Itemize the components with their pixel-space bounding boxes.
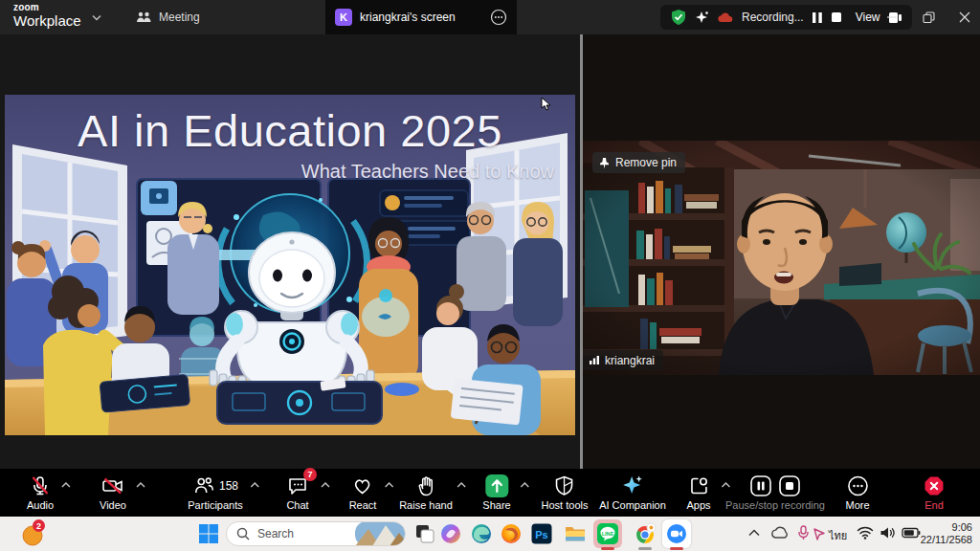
share-screen-icon <box>484 474 509 498</box>
close-button[interactable] <box>946 0 980 34</box>
camera-muted-icon <box>100 474 125 497</box>
zoom-app-tile[interactable] <box>662 519 691 548</box>
slide-title: AI in Education 2025 <box>5 104 575 157</box>
line-app-tile[interactable]: LINE <box>593 519 622 548</box>
minimize-button[interactable] <box>873 0 911 34</box>
photoshop-app-icon[interactable]: Ps <box>530 522 553 545</box>
ai-companion-button[interactable]: AI Companion <box>599 473 666 511</box>
participants-icon <box>192 474 215 497</box>
video-button[interactable]: Video <box>100 473 126 511</box>
search-highlight-image[interactable] <box>355 521 405 546</box>
mouse-cursor <box>541 97 552 112</box>
language-indicator[interactable]: ไทย <box>829 527 847 544</box>
taskbar-clock[interactable]: 9:06 22/11/2568 <box>921 521 972 546</box>
restore-button[interactable] <box>909 0 947 34</box>
windows-start-button[interactable] <box>197 522 220 545</box>
zoom-running-indicator <box>670 547 683 550</box>
tab-options-ellipsis-icon[interactable] <box>490 9 507 26</box>
participants-label: Participants <box>188 499 242 511</box>
onedrive-icon[interactable] <box>770 526 790 540</box>
ai-companion-label: AI Companion <box>599 499 666 511</box>
mic-muted-icon <box>29 474 52 497</box>
security-shield-icon[interactable] <box>670 9 687 26</box>
host-tools-shield-icon <box>553 474 576 497</box>
chat-label: Chat <box>286 499 309 511</box>
participants-group-icon <box>136 11 152 24</box>
ai-companion-icon <box>620 474 645 498</box>
share-chevron-up-icon[interactable] <box>520 482 529 488</box>
firefox-app-icon[interactable] <box>500 522 523 545</box>
stop-recording-button-icon[interactable] <box>778 474 801 497</box>
meeting-toolbar: Audio Video 158 <box>0 469 980 517</box>
chrome-app-icon[interactable] <box>634 522 657 545</box>
react-label: React <box>349 499 377 511</box>
battery-icon[interactable] <box>902 527 921 539</box>
tab-screen-share-label: kriangkrai's screen <box>360 11 482 24</box>
chat-chevron-up-icon[interactable] <box>321 482 330 488</box>
taskbar-search-input[interactable]: Search <box>226 521 406 546</box>
participants-chevron-up-icon[interactable] <box>250 482 259 488</box>
notification-app-icon[interactable]: 2 <box>21 521 46 546</box>
apps-button[interactable]: Apps <box>686 473 710 511</box>
windows-taskbar: 2 Search <box>0 517 980 551</box>
tab-meeting[interactable]: Meeting <box>126 0 210 34</box>
raised-hand-icon <box>414 474 437 497</box>
chrome-running-indicator <box>638 547 652 550</box>
slide-subtitle: What Teachers Need to Know <box>301 161 554 183</box>
react-button[interactable]: React <box>349 473 377 511</box>
line-app-icon: LINE <box>597 523 618 544</box>
tray-chevron-up-icon[interactable] <box>748 529 760 537</box>
more-label: More <box>845 499 869 511</box>
mic-location-in-use-icon[interactable] <box>797 525 826 541</box>
chat-button[interactable]: 7 Chat <box>286 473 309 511</box>
share-label: Share <box>482 499 510 511</box>
zoom-workplace-logo: zoom Workplace <box>13 3 81 28</box>
host-tools-button[interactable]: Host tools <box>542 473 589 511</box>
participants-button[interactable]: 158 Participants <box>188 473 242 511</box>
remove-pin-button[interactable]: Remove pin <box>592 152 685 173</box>
react-chevron-up-icon[interactable] <box>385 482 394 488</box>
apps-label: Apps <box>686 499 710 511</box>
copilot-app-icon[interactable] <box>439 522 462 545</box>
workspace-chevron-down-icon[interactable] <box>92 11 101 23</box>
tab-screen-share[interactable]: K kriangkrai's screen <box>325 0 517 34</box>
tab-meeting-label: Meeting <box>159 11 200 24</box>
video-label: Video <box>100 499 126 511</box>
apps-icon <box>687 474 710 497</box>
audio-button[interactable]: Audio <box>27 473 54 511</box>
more-button[interactable]: More <box>845 473 869 511</box>
line-running-indicator <box>601 547 614 550</box>
speaker-icon[interactable] <box>880 526 896 540</box>
shared-screen-pane: AI in Education 2025 What Teachers Need … <box>0 34 580 469</box>
chat-unread-badge: 7 <box>303 468 317 481</box>
pause-recording-button-icon[interactable] <box>749 474 772 497</box>
presentation-slide: AI in Education 2025 What Teachers Need … <box>5 95 575 435</box>
stop-recording-icon[interactable] <box>831 11 842 23</box>
audio-level-icon <box>589 355 600 365</box>
heart-icon <box>351 474 374 497</box>
titlebar: zoom Workplace Meeting K kriangkrai's sc… <box>0 0 980 34</box>
wifi-icon[interactable] <box>857 526 874 540</box>
end-button[interactable]: End <box>923 473 946 511</box>
video-chevron-up-icon[interactable] <box>136 482 145 488</box>
logo-zoom-text: zoom <box>13 3 81 12</box>
pinned-video-pane[interactable]: Remove pin kriangkrai <box>583 34 980 469</box>
audio-chevron-up-icon[interactable] <box>61 482 71 488</box>
cloud-recording-icon <box>718 11 734 24</box>
edge-app-icon[interactable] <box>470 522 493 545</box>
raise-hand-button[interactable]: Raise hand <box>399 473 453 511</box>
pause-stop-recording-control[interactable]: Pause/stop recording <box>725 473 825 511</box>
participant-name-label: kriangkrai <box>605 354 655 367</box>
participant-avatar: K <box>335 9 352 26</box>
raise-hand-label: Raise hand <box>399 499 453 511</box>
tray-time: 9:06 <box>921 521 972 534</box>
pause-stop-recording-label: Pause/stop recording <box>725 499 825 511</box>
ai-sparkle-icon[interactable] <box>695 10 710 25</box>
file-explorer-app-icon[interactable] <box>564 522 587 545</box>
pause-recording-icon[interactable] <box>812 11 823 24</box>
raise-hand-chevron-up-icon[interactable] <box>457 482 466 488</box>
more-ellipsis-icon <box>846 474 869 497</box>
task-view-button[interactable] <box>413 522 436 545</box>
audio-label: Audio <box>27 499 54 511</box>
share-button[interactable]: Share <box>482 473 510 511</box>
